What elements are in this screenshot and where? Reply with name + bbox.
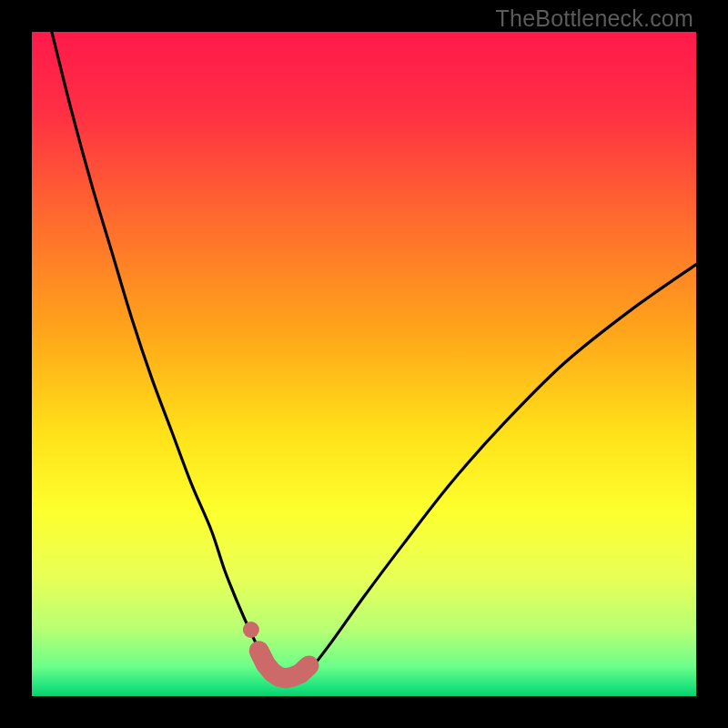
plot-area — [32, 32, 696, 696]
watermark-text: TheBottleneck.com — [496, 5, 693, 32]
bottleneck-curve — [52, 32, 696, 678]
curve-layer — [32, 32, 696, 696]
optimal-range-dot — [243, 622, 259, 638]
optimal-range-band — [259, 651, 309, 678]
chart-frame: TheBottleneck.com — [0, 0, 728, 728]
